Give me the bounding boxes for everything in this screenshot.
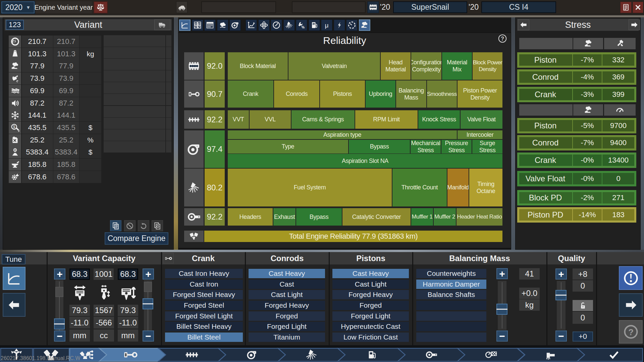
svg-text:%: % bbox=[302, 25, 305, 29]
svg-text:?: ? bbox=[501, 36, 504, 42]
svg-text:?: ? bbox=[628, 327, 634, 337]
svg-text:$: $ bbox=[13, 125, 15, 129]
svg-text:%: % bbox=[313, 23, 315, 25]
svg-text:$: $ bbox=[14, 148, 16, 152]
svg-text:μ: μ bbox=[325, 22, 329, 29]
